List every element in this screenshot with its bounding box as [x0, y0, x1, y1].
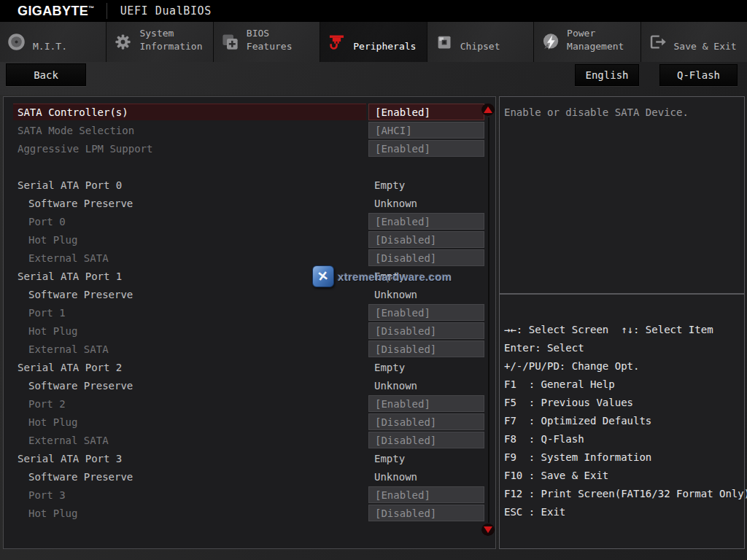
item-help-text: Enable or disable SATA Device. [500, 97, 744, 128]
secondary-bar: Back English Q-Flash [0, 62, 747, 95]
settings-row[interactable]: Port 2 [Enabled] [4, 394, 495, 413]
settings-row[interactable]: Serial ATA Port 3 Empty [4, 449, 495, 467]
setting-value[interactable]: Unknown [368, 377, 484, 394]
setting-value[interactable]: [Enabled] [368, 140, 484, 157]
peripherals-plug-icon [327, 32, 347, 52]
settings-row[interactable]: SATA Mode Selection [AHCI] [4, 121, 495, 139]
setting-label: Hot Plug [28, 234, 77, 246]
settings-row[interactable]: Port 3 [Enabled] [4, 486, 495, 504]
setting-value[interactable]: [Disabled] [368, 322, 484, 339]
setting-label: Port 2 [28, 398, 66, 410]
settings-row[interactable]: Hot Plug [Disabled] [4, 504, 495, 522]
top-brand-bar: GIGABYTE™ UEFI DualBIOS [0, 0, 747, 22]
legend-line: F8 : Q-Flash [504, 430, 744, 448]
settings-row[interactable]: Hot Plug [Disabled] [4, 322, 495, 340]
legend-line: F9 : System Information [504, 448, 744, 467]
setting-value[interactable]: [Disabled] [368, 249, 484, 266]
settings-row [4, 158, 495, 176]
setting-label: External SATA [28, 343, 109, 355]
legend-line: F10 : Save & Exit [504, 467, 744, 485]
scroll-up-arrow[interactable] [481, 104, 495, 116]
item-help-panel: Enable or disable SATA Device. [499, 96, 745, 294]
power-bolt-icon [541, 32, 560, 52]
tab-bios-features[interactable]: BIOSFeatures [214, 22, 320, 62]
tab-label: M.I.T. [33, 27, 67, 58]
tab-label: PowerManagement [567, 27, 624, 58]
setting-label: Port 3 [28, 489, 66, 501]
setting-label: Hot Plug [28, 325, 77, 337]
setting-label: External SATA [28, 252, 109, 264]
setting-value[interactable]: [Enabled] [368, 213, 484, 230]
tab-chipset[interactable]: Chipset [427, 22, 534, 62]
settings-row[interactable]: SATA Controller(s) [Enabled] [4, 103, 495, 121]
settings-row[interactable]: Software Preserve Unknown [4, 376, 495, 394]
settings-row[interactable]: Port 1 [Enabled] [4, 303, 495, 322]
scrollbar-track[interactable] [488, 117, 489, 523]
settings-row[interactable]: External SATA [Disabled] [4, 249, 495, 267]
setting-label: Software Preserve [28, 198, 133, 209]
setting-label: Software Preserve [28, 471, 133, 483]
setting-value[interactable]: [Enabled] [368, 395, 484, 412]
gear-icon [113, 32, 133, 52]
legend-line: +/-/PU/PD: Change Opt. [504, 357, 744, 376]
settings-panel: SATA Controller(s) [Enabled] SATA Mode S… [3, 96, 496, 549]
settings-row[interactable]: Serial ATA Port 2 Empty [4, 358, 495, 376]
setting-value[interactable]: Empty [368, 359, 484, 376]
setting-label: Hot Plug [28, 508, 77, 519]
settings-row[interactable]: Hot Plug [Disabled] [4, 230, 495, 249]
setting-label: Aggressive LPM Support [18, 143, 152, 155]
setting-label: Port 0 [28, 216, 66, 228]
settings-row[interactable]: Hot Plug [Disabled] [4, 413, 495, 431]
tab-peripherals[interactable]: Peripherals [320, 22, 427, 62]
setting-label: Serial ATA Port 3 [18, 453, 122, 464]
legend-line: F12 : Print Screen(FAT16/32 Format Only) [504, 485, 744, 503]
legend-line: F5 : Previous Values [504, 394, 744, 412]
setting-value[interactable]: [Disabled] [368, 432, 484, 448]
qflash-button[interactable]: Q-Flash [659, 64, 738, 86]
setting-value[interactable]: [Disabled] [368, 505, 484, 521]
scroll-down-arrow[interactable] [481, 524, 495, 536]
bios-screen: GIGABYTE™ UEFI DualBIOS M.I.T. SystemInf… [0, 0, 747, 560]
main-tab-bar: M.I.T. SystemInformation BIOSFeatures Pe… [0, 22, 747, 62]
tab-system-information[interactable]: SystemInformation [107, 22, 213, 62]
settings-row[interactable]: External SATA [Disabled] [4, 431, 495, 449]
tab-mit[interactable]: M.I.T. [0, 22, 107, 62]
tab-label: BIOSFeatures [247, 27, 293, 58]
brand-divider [107, 3, 107, 19]
legend-line: F1 : General Help [504, 376, 744, 394]
settings-row[interactable]: Port 0 [Enabled] [4, 212, 495, 230]
settings-row[interactable]: Software Preserve Unknown [4, 285, 495, 303]
setting-value[interactable]: Empty [368, 176, 484, 193]
settings-row[interactable]: Serial ATA Port 1 Empty [4, 267, 495, 285]
settings-row[interactable]: Aggressive LPM Support [Enabled] [4, 139, 495, 158]
tab-label: Peripherals [353, 27, 416, 58]
setting-value[interactable]: [Enabled] [368, 486, 484, 503]
settings-list: SATA Controller(s) [Enabled] SATA Mode S… [4, 97, 495, 522]
setting-value[interactable]: Empty [368, 450, 484, 467]
setting-label: Serial ATA Port 0 [18, 179, 122, 191]
setting-value[interactable]: [Disabled] [368, 413, 484, 430]
setting-value[interactable]: [Enabled] [368, 104, 484, 120]
setting-label: Serial ATA Port 1 [18, 271, 122, 282]
tab-label: Chipset [460, 27, 500, 58]
setting-value[interactable]: [Disabled] [368, 341, 484, 357]
back-button[interactable]: Back [6, 63, 86, 86]
language-button[interactable]: English [575, 64, 639, 86]
setting-label: SATA Mode Selection [18, 125, 134, 136]
setting-value[interactable]: [Enabled] [368, 304, 484, 321]
settings-row[interactable]: Software Preserve Unknown [4, 194, 495, 212]
settings-row[interactable]: Serial ATA Port 0 Empty [4, 176, 495, 194]
setting-value[interactable]: Unknown [368, 195, 484, 211]
settings-row[interactable]: External SATA [Disabled] [4, 340, 495, 358]
setting-value[interactable]: Empty [368, 268, 484, 284]
setting-value[interactable]: Unknown [368, 468, 484, 485]
setting-value[interactable]: [Disabled] [368, 231, 484, 248]
tab-save-exit[interactable]: Save & Exit [641, 22, 747, 62]
settings-row[interactable]: Software Preserve Unknown [4, 467, 495, 486]
setting-value[interactable]: [AHCI] [368, 122, 484, 139]
legend-line: F7 : Optimized Defaults [504, 412, 744, 430]
tab-power-management[interactable]: PowerManagement [534, 22, 640, 62]
tab-label: SystemInformation [139, 27, 202, 58]
setting-value[interactable]: Unknown [368, 286, 484, 303]
tab-label: Save & Exit [674, 27, 737, 58]
